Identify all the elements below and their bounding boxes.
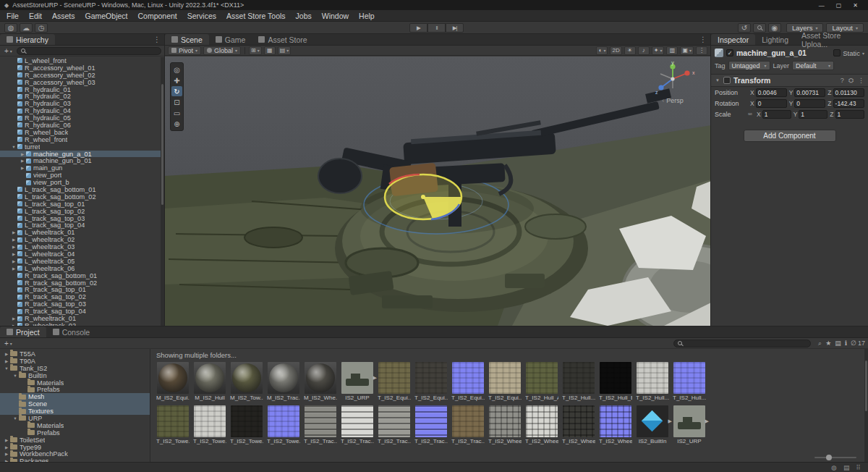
asset-item[interactable]: T_IS2_Equi... — [488, 362, 522, 401]
active-checkbox[interactable]: ✓ — [726, 49, 733, 56]
project-search-input[interactable] — [673, 340, 811, 347]
project-folder-item[interactable]: ▶Type99 — [0, 444, 150, 451]
asset-item[interactable]: T_IS2_Trac... — [304, 405, 337, 444]
menu-asset-store-tools[interactable]: Asset Store Tools — [221, 10, 291, 21]
transform-rotation-z-field[interactable]: -142.43 — [833, 99, 864, 108]
2d-toggle[interactable]: 2D — [610, 46, 621, 55]
asset-item[interactable]: T_IS2_Equi... — [451, 362, 485, 401]
project-folder-item[interactable]: ▶ToiletSet — [0, 437, 150, 444]
hierarchy-item[interactable]: ▼turret — [0, 143, 161, 151]
expand-arrow-icon[interactable]: ▶ — [19, 159, 26, 163]
hierarchy-item[interactable]: ▶L_wheeltrack_02 — [0, 236, 161, 243]
menu-file[interactable]: File — [1, 10, 24, 21]
project-folder-item[interactable]: ▶WorkbenchPack — [0, 450, 150, 458]
expand-arrow-icon[interactable]: ▶ — [3, 445, 10, 450]
add-component-button[interactable]: Add Component — [744, 130, 836, 142]
expand-arrow-icon[interactable]: ▼ — [12, 374, 19, 378]
expand-arrow-icon[interactable]: ▶ — [10, 316, 17, 321]
effects-dropdown[interactable]: ✦▾ — [652, 46, 665, 55]
hierarchy-item[interactable]: ▶machine_gun_a_01 — [0, 151, 161, 158]
hierarchy-item[interactable]: ▶machine_gun_b_01 — [0, 157, 161, 164]
expand-arrow-icon[interactable]: ▼ — [3, 366, 10, 371]
hierarchy-scrollbar[interactable] — [161, 57, 164, 326]
hierarchy-item[interactable]: view_port — [0, 172, 161, 179]
scene-viewport[interactable]: ◎✚↻⊡▭⊕ y x z ‹Persp — [165, 56, 710, 326]
hierarchy-item[interactable]: R_hydraulic_06 — [0, 122, 161, 129]
assets-scrollbar[interactable] — [864, 349, 868, 462]
tab-project[interactable]: Project — [0, 326, 46, 337]
audio-toggle[interactable]: ♪ — [638, 46, 650, 55]
snap-increment-dropdown[interactable]: ▤▾ — [278, 46, 292, 55]
background-activity-icon[interactable]: ◍ — [831, 464, 837, 471]
menu-jobs[interactable]: Jobs — [291, 10, 317, 21]
menu-window[interactable]: Window — [317, 10, 354, 21]
asset-item[interactable]: IS2_URP▶ — [341, 362, 374, 401]
asset-item[interactable]: T_IS2_Trac... — [451, 405, 485, 444]
tab-lighting[interactable]: Lighting — [755, 34, 795, 45]
tab-console[interactable]: Console — [46, 326, 97, 337]
tab-game[interactable]: Game — [209, 34, 252, 45]
expand-arrow-icon[interactable]: ▶ — [10, 230, 17, 235]
hierarchy-item[interactable]: R_track_sag_bottom_02 — [0, 279, 161, 287]
menu-component[interactable]: Component — [132, 10, 182, 21]
account-icon[interactable]: ◉ — [768, 23, 781, 33]
project-folder-item[interactable]: Prefabs — [0, 386, 150, 393]
hierarchy-item[interactable]: L_track_sag_top_01 — [0, 201, 161, 208]
asset-item[interactable]: T_IS2_Trac... — [378, 405, 411, 444]
expand-arrow-icon[interactable]: ▶ — [10, 266, 17, 271]
close-button[interactable]: ✕ — [853, 2, 858, 9]
project-folder-item[interactable]: ▼URP — [0, 415, 150, 422]
hierarchy-item[interactable]: R_hydraulic_05 — [0, 114, 161, 122]
tag-dropdown[interactable]: Untagged▾ — [728, 61, 770, 70]
hierarchy-item[interactable]: R_hydraulic_02 — [0, 93, 161, 100]
asset-item[interactable]: M_IS2_Trac... — [267, 362, 300, 401]
pivot-dropdown[interactable]: Pivot▾ — [168, 46, 201, 55]
tab-scene[interactable]: Scene — [165, 34, 209, 45]
shading-mode-dropdown[interactable]: ◐▾ — [596, 46, 608, 55]
asset-item[interactable]: T_IS2_Towe... — [230, 405, 263, 444]
asset-item[interactable]: T_IS2_Whee... — [488, 405, 522, 444]
minimize-button[interactable]: — — [819, 2, 825, 9]
tab-hierarchy[interactable]: Hierarchy — [0, 34, 55, 45]
hierarchy-item[interactable]: L_track_sag_top_02 — [0, 208, 161, 215]
hierarchy-item[interactable]: R_hydraulic_01 — [0, 86, 161, 93]
asset-item[interactable]: T_IS2_Trac... — [414, 405, 448, 444]
project-folder-item[interactable]: ▶T90A — [0, 358, 150, 365]
play-button[interactable]: ▶ — [409, 23, 427, 33]
layer-dropdown[interactable]: Default▾ — [792, 61, 834, 70]
menu-assets[interactable]: Assets — [47, 10, 80, 21]
static-toggle[interactable]: Static ▾ — [833, 49, 864, 57]
transform-rotation-y-field[interactable]: 0 — [794, 99, 825, 108]
asset-item[interactable]: T_IS2_Towe... — [267, 405, 300, 444]
expand-arrow-icon[interactable]: ▼ — [12, 416, 19, 421]
hierarchy-item[interactable]: R_wheel_back — [0, 129, 161, 136]
project-folder-item[interactable]: Textures — [0, 408, 150, 415]
menu-help[interactable]: Help — [354, 10, 380, 21]
project-folder-item[interactable]: ▼Tank_IS2 — [0, 365, 150, 372]
undo-icon[interactable]: ↺ — [738, 23, 751, 33]
search-icon[interactable] — [753, 23, 766, 33]
hierarchy-item[interactable]: R_track_sag_top_01 — [0, 287, 161, 294]
tab-asset-store-uploader[interactable]: Asset Store Uploa... — [795, 34, 868, 45]
transform-scale-z-field[interactable]: 1 — [835, 110, 864, 119]
thumbnail-zoom-slider[interactable] — [814, 457, 856, 458]
prefab-expand-arrow-icon[interactable]: ▶ — [668, 418, 672, 424]
expand-arrow-icon[interactable]: ▼ — [10, 145, 17, 149]
project-folder-item[interactable]: ▶T55A — [0, 350, 150, 358]
hierarchy-item[interactable]: L_track_sag_top_04 — [0, 222, 161, 229]
asset-item[interactable]: IS2_BuiltIn▶ — [636, 405, 669, 444]
transform-component-header[interactable]: ▼ Transform ? ⛭ ⋮ — [711, 75, 868, 87]
snap-toggle[interactable]: ▦ — [264, 46, 276, 55]
help-icon[interactable]: ? — [841, 77, 844, 85]
hierarchy-item[interactable]: ▶L_wheeltrack_06 — [0, 265, 161, 272]
asset-item[interactable]: T_IS2_Trac... — [341, 405, 374, 444]
menu-edit[interactable]: Edit — [24, 10, 47, 21]
expand-arrow-icon[interactable]: ▶ — [3, 438, 10, 442]
menu-gameobject[interactable]: GameObject — [80, 10, 133, 21]
grid-visibility-dropdown[interactable]: ⊞▾ — [249, 46, 262, 55]
open-asset-search-icon[interactable]: ⌕ — [818, 340, 822, 347]
rotate-tool[interactable]: ↻ — [171, 86, 182, 96]
hierarchy-item[interactable]: L_track_sag_bottom_01 — [0, 186, 161, 193]
project-folder-item[interactable]: Materials — [0, 379, 150, 387]
project-folder-item[interactable]: Materials — [0, 422, 150, 429]
